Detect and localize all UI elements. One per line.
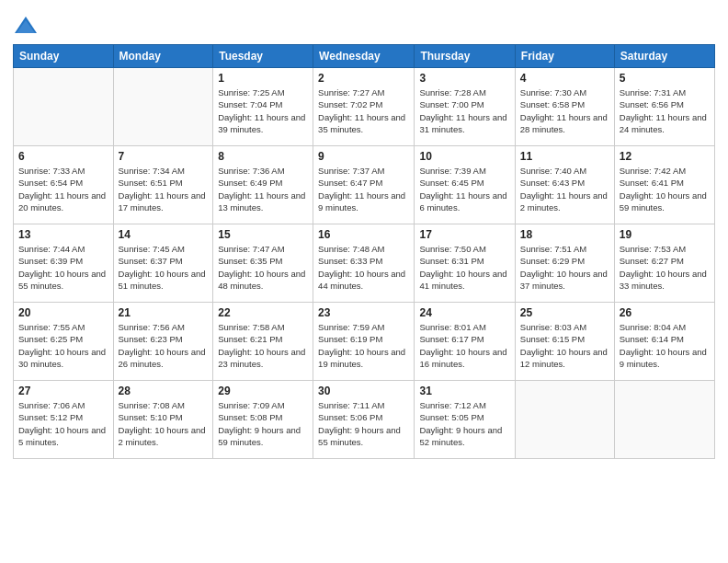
calendar-week-row: 27Sunrise: 7:06 AM Sunset: 5:12 PM Dayli… (14, 381, 715, 459)
day-info: Sunrise: 7:40 AM Sunset: 6:43 PM Dayligh… (520, 165, 609, 213)
page: SundayMondayTuesdayWednesdayThursdayFrid… (0, 0, 728, 563)
day-info: Sunrise: 8:03 AM Sunset: 6:15 PM Dayligh… (520, 321, 609, 370)
day-number: 29 (218, 385, 308, 397)
day-number: 23 (318, 306, 409, 319)
day-info: Sunrise: 7:55 AM Sunset: 6:25 PM Dayligh… (18, 321, 108, 370)
day-info: Sunrise: 7:47 AM Sunset: 6:35 PM Dayligh… (218, 243, 308, 292)
day-info: Sunrise: 7:34 AM Sunset: 6:51 PM Dayligh… (119, 165, 209, 213)
day-number: 4 (520, 72, 609, 85)
weekday-header-saturday: Saturday (614, 45, 714, 68)
calendar-cell: 15Sunrise: 7:47 AM Sunset: 6:35 PM Dayli… (213, 224, 313, 303)
day-info: Sunrise: 7:11 AM Sunset: 5:06 PM Dayligh… (318, 399, 409, 448)
day-number: 15 (218, 228, 308, 241)
day-info: Sunrise: 7:36 AM Sunset: 6:49 PM Dayligh… (218, 165, 308, 213)
calendar-cell: 17Sunrise: 7:50 AM Sunset: 6:31 PM Dayli… (415, 224, 515, 303)
calendar-cell: 16Sunrise: 7:48 AM Sunset: 6:33 PM Dayli… (313, 224, 415, 303)
day-info: Sunrise: 7:25 AM Sunset: 7:04 PM Dayligh… (218, 86, 308, 135)
calendar-cell: 11Sunrise: 7:40 AM Sunset: 6:43 PM Dayli… (515, 146, 614, 224)
calendar-week-row: 13Sunrise: 7:44 AM Sunset: 6:39 PM Dayli… (14, 224, 715, 303)
calendar-cell: 21Sunrise: 7:56 AM Sunset: 6:23 PM Dayli… (113, 303, 213, 381)
day-number: 27 (18, 385, 108, 397)
day-number: 21 (119, 306, 209, 319)
calendar-cell: 7Sunrise: 7:34 AM Sunset: 6:51 PM Daylig… (113, 146, 213, 224)
day-info: Sunrise: 7:33 AM Sunset: 6:54 PM Dayligh… (18, 165, 108, 213)
calendar-cell (113, 68, 213, 146)
calendar-cell: 12Sunrise: 7:42 AM Sunset: 6:41 PM Dayli… (614, 146, 714, 224)
day-number: 10 (419, 150, 509, 163)
calendar-cell: 8Sunrise: 7:36 AM Sunset: 6:49 PM Daylig… (213, 146, 313, 224)
calendar-cell: 29Sunrise: 7:09 AM Sunset: 5:08 PM Dayli… (213, 381, 313, 459)
day-info: Sunrise: 7:28 AM Sunset: 7:00 PM Dayligh… (419, 86, 509, 135)
day-info: Sunrise: 7:58 AM Sunset: 6:21 PM Dayligh… (218, 321, 308, 370)
day-number: 16 (318, 228, 409, 241)
weekday-header-row: SundayMondayTuesdayWednesdayThursdayFrid… (14, 45, 715, 68)
day-number: 13 (18, 228, 108, 241)
day-number: 30 (318, 385, 409, 397)
calendar-cell (614, 381, 714, 459)
day-number: 1 (218, 72, 308, 85)
calendar-cell: 30Sunrise: 7:11 AM Sunset: 5:06 PM Dayli… (313, 381, 415, 459)
day-number: 5 (620, 72, 710, 85)
day-number: 11 (520, 150, 609, 163)
generalblue-logo-icon (13, 13, 39, 39)
day-info: Sunrise: 7:56 AM Sunset: 6:23 PM Dayligh… (119, 321, 209, 370)
calendar-cell: 3Sunrise: 7:28 AM Sunset: 7:00 PM Daylig… (415, 68, 515, 146)
day-number: 22 (218, 306, 308, 319)
day-number: 14 (119, 228, 209, 241)
day-number: 8 (218, 150, 308, 163)
day-number: 2 (318, 72, 409, 85)
day-info: Sunrise: 7:39 AM Sunset: 6:45 PM Dayligh… (419, 165, 509, 213)
calendar-cell: 5Sunrise: 7:31 AM Sunset: 6:56 PM Daylig… (614, 68, 714, 146)
header (13, 9, 715, 39)
calendar-cell: 25Sunrise: 8:03 AM Sunset: 6:15 PM Dayli… (515, 303, 614, 381)
day-number: 19 (620, 228, 710, 241)
calendar-cell (14, 68, 114, 146)
day-number: 24 (419, 306, 509, 319)
weekday-header-friday: Friday (515, 45, 614, 68)
calendar-cell: 20Sunrise: 7:55 AM Sunset: 6:25 PM Dayli… (14, 303, 114, 381)
calendar-week-row: 20Sunrise: 7:55 AM Sunset: 6:25 PM Dayli… (14, 303, 715, 381)
calendar-week-row: 1Sunrise: 7:25 AM Sunset: 7:04 PM Daylig… (14, 68, 715, 146)
day-info: Sunrise: 7:51 AM Sunset: 6:29 PM Dayligh… (520, 243, 609, 292)
calendar-cell: 26Sunrise: 8:04 AM Sunset: 6:14 PM Dayli… (614, 303, 714, 381)
day-info: Sunrise: 7:27 AM Sunset: 7:02 PM Dayligh… (318, 86, 409, 135)
day-info: Sunrise: 7:44 AM Sunset: 6:39 PM Dayligh… (18, 243, 108, 292)
day-number: 9 (318, 150, 409, 163)
weekday-header-thursday: Thursday (415, 45, 515, 68)
day-number: 7 (119, 150, 209, 163)
day-number: 31 (419, 385, 509, 397)
calendar-cell: 13Sunrise: 7:44 AM Sunset: 6:39 PM Dayli… (14, 224, 114, 303)
calendar-cell: 19Sunrise: 7:53 AM Sunset: 6:27 PM Dayli… (614, 224, 714, 303)
day-info: Sunrise: 7:53 AM Sunset: 6:27 PM Dayligh… (620, 243, 710, 292)
weekday-header-tuesday: Tuesday (213, 45, 313, 68)
day-info: Sunrise: 7:50 AM Sunset: 6:31 PM Dayligh… (419, 243, 509, 292)
calendar-cell: 27Sunrise: 7:06 AM Sunset: 5:12 PM Dayli… (14, 381, 114, 459)
day-info: Sunrise: 7:30 AM Sunset: 6:58 PM Dayligh… (520, 86, 609, 135)
day-number: 25 (520, 306, 609, 319)
calendar-cell: 23Sunrise: 7:59 AM Sunset: 6:19 PM Dayli… (313, 303, 415, 381)
day-number: 20 (18, 306, 108, 319)
day-info: Sunrise: 8:01 AM Sunset: 6:17 PM Dayligh… (419, 321, 509, 370)
calendar-cell: 22Sunrise: 7:58 AM Sunset: 6:21 PM Dayli… (213, 303, 313, 381)
day-number: 3 (419, 72, 509, 85)
day-info: Sunrise: 7:09 AM Sunset: 5:08 PM Dayligh… (218, 399, 308, 448)
day-info: Sunrise: 8:04 AM Sunset: 6:14 PM Dayligh… (620, 321, 710, 370)
day-number: 18 (520, 228, 609, 241)
day-number: 28 (119, 385, 209, 397)
day-info: Sunrise: 7:37 AM Sunset: 6:47 PM Dayligh… (318, 165, 409, 213)
calendar-cell: 31Sunrise: 7:12 AM Sunset: 5:05 PM Dayli… (415, 381, 515, 459)
day-info: Sunrise: 7:08 AM Sunset: 5:10 PM Dayligh… (119, 399, 209, 448)
calendar-cell: 6Sunrise: 7:33 AM Sunset: 6:54 PM Daylig… (14, 146, 114, 224)
calendar-cell: 2Sunrise: 7:27 AM Sunset: 7:02 PM Daylig… (313, 68, 415, 146)
day-number: 6 (18, 150, 108, 163)
weekday-header-monday: Monday (113, 45, 213, 68)
calendar-cell: 9Sunrise: 7:37 AM Sunset: 6:47 PM Daylig… (313, 146, 415, 224)
calendar-cell: 24Sunrise: 8:01 AM Sunset: 6:17 PM Dayli… (415, 303, 515, 381)
day-number: 26 (620, 306, 710, 319)
calendar-table: SundayMondayTuesdayWednesdayThursdayFrid… (13, 44, 715, 459)
calendar-cell (515, 381, 614, 459)
day-info: Sunrise: 7:59 AM Sunset: 6:19 PM Dayligh… (318, 321, 409, 370)
calendar-cell: 14Sunrise: 7:45 AM Sunset: 6:37 PM Dayli… (113, 224, 213, 303)
logo (13, 13, 40, 39)
day-info: Sunrise: 7:12 AM Sunset: 5:05 PM Dayligh… (419, 399, 509, 448)
